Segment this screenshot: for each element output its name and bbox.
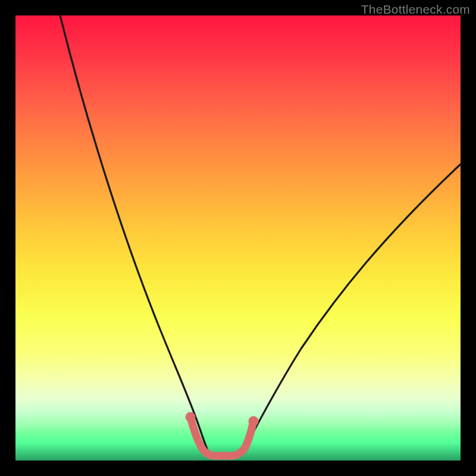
curve-right xyxy=(242,164,461,455)
curve-left xyxy=(60,15,209,455)
highlight-end-left xyxy=(186,412,196,422)
chart-plot-area xyxy=(15,15,461,461)
chart-frame: TheBottleneck.com xyxy=(0,0,476,476)
chart-svg xyxy=(15,15,461,461)
curve-highlight-valley xyxy=(190,417,253,456)
watermark-text: TheBottleneck.com xyxy=(361,2,470,17)
highlight-end-right xyxy=(249,416,259,427)
